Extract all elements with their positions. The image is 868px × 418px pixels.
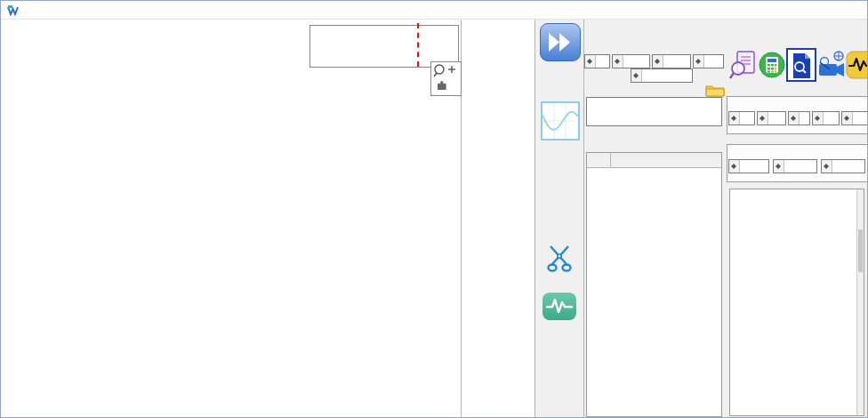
preview-icon[interactable] bbox=[788, 52, 815, 80]
update-spinner[interactable] bbox=[821, 159, 865, 173]
other-info-list[interactable] bbox=[729, 189, 864, 416]
decode-icon[interactable] bbox=[729, 51, 756, 79]
tab-bar bbox=[584, 20, 868, 40]
play-count-spinner[interactable] bbox=[584, 54, 610, 68]
spinner-arrows[interactable] bbox=[585, 55, 596, 68]
src1-spinner[interactable] bbox=[757, 111, 786, 125]
spinner-arrows[interactable] bbox=[613, 55, 623, 68]
type-spinner[interactable] bbox=[788, 111, 810, 125]
status-waveform-thumbnail[interactable] bbox=[541, 101, 580, 141]
tool-column bbox=[535, 19, 583, 418]
red-cursor-over-legend bbox=[417, 23, 419, 67]
decode-ch-spinner[interactable] bbox=[693, 54, 724, 68]
target-spinner[interactable] bbox=[841, 111, 868, 125]
spinner-arrows[interactable] bbox=[694, 55, 704, 68]
file-path-field[interactable] bbox=[586, 97, 722, 126]
op-spinner[interactable] bbox=[728, 111, 755, 125]
overlay-waveform-icon[interactable] bbox=[846, 51, 868, 79]
magnify-plus-icon bbox=[434, 65, 455, 76]
scissors-icon[interactable] bbox=[545, 243, 574, 277]
spinner-arrows[interactable] bbox=[631, 69, 642, 82]
waveform-tool-icon[interactable] bbox=[542, 293, 576, 320]
zoom-pan-toolbox[interactable] bbox=[430, 61, 462, 96]
spinner-arrows[interactable] bbox=[653, 55, 663, 68]
baud-spinner[interactable] bbox=[652, 54, 691, 68]
waveform-list-table[interactable] bbox=[586, 152, 722, 417]
app-window bbox=[0, 0, 868, 418]
src2-spinner[interactable] bbox=[812, 111, 840, 125]
right-panel bbox=[583, 19, 868, 418]
app-icon bbox=[7, 4, 19, 20]
other-info-scrollbar[interactable] bbox=[856, 189, 864, 415]
decode-type-spinner[interactable] bbox=[612, 54, 650, 68]
pan-hand-icon bbox=[438, 81, 446, 90]
rec-time-spinner[interactable] bbox=[631, 68, 693, 83]
waveform-list-header bbox=[587, 153, 721, 168]
video-camera-icon[interactable] bbox=[817, 51, 844, 79]
fast-forward-button[interactable] bbox=[540, 23, 581, 61]
title-bar bbox=[1, 1, 868, 20]
calculator-icon[interactable] bbox=[759, 51, 785, 79]
ac-func-spinner[interactable] bbox=[728, 159, 769, 173]
measurement-info-panel bbox=[461, 19, 535, 418]
period-spinner[interactable] bbox=[773, 159, 817, 173]
